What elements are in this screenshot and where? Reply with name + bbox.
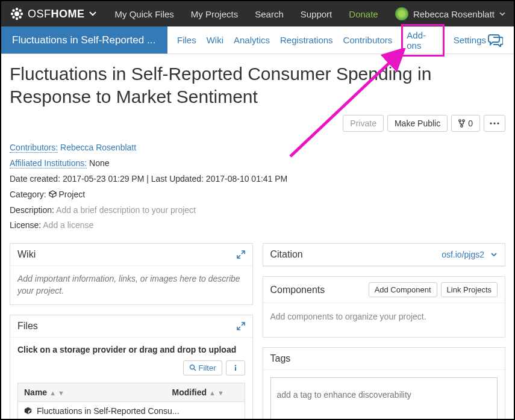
components-panel: Components Add Component Link Projects A… bbox=[263, 276, 506, 338]
fork-icon bbox=[458, 119, 465, 128]
files-panel-title: Files bbox=[17, 321, 38, 332]
svg-point-2 bbox=[16, 17, 18, 20]
col-header-name[interactable]: Name▲ ▼ bbox=[24, 388, 172, 397]
license-placeholder[interactable]: Add a license bbox=[43, 220, 93, 230]
date-info: Date created: 2017-05-23 01:29 PM | Last… bbox=[10, 171, 505, 187]
wiki-expand-icon[interactable] bbox=[237, 250, 245, 259]
tags-panel: Tags bbox=[263, 347, 506, 420]
caret-down-icon bbox=[499, 11, 505, 16]
link-projects-button[interactable]: Link Projects bbox=[441, 282, 498, 297]
wiki-panel: Wiki Add important information, links, o… bbox=[10, 243, 253, 304]
category-label: Category: bbox=[10, 190, 46, 199]
contributor-link[interactable]: Rebecca Rosenblatt bbox=[60, 143, 136, 152]
private-button[interactable]: Private bbox=[343, 115, 384, 132]
files-table: Name▲ ▼ Modified▲ ▼ Fluctuations in Self… bbox=[17, 383, 245, 420]
tab-wiki[interactable]: Wiki bbox=[205, 32, 225, 48]
cube-icon bbox=[24, 407, 32, 415]
more-actions-button[interactable] bbox=[484, 115, 505, 132]
right-column: Citation osf.io/pjgs2 Components Add Com… bbox=[263, 243, 506, 420]
svg-point-7 bbox=[12, 16, 14, 18]
svg-point-1 bbox=[16, 8, 18, 10]
description-label: Description: bbox=[10, 205, 54, 215]
brand-dropdown-caret[interactable] bbox=[89, 11, 97, 17]
tags-panel-title: Tags bbox=[270, 353, 291, 364]
svg-point-10 bbox=[463, 120, 464, 122]
svg-point-5 bbox=[12, 9, 14, 11]
main-content: Fluctuations in Self-Reported Consumer S… bbox=[1, 54, 514, 420]
top-nav: OSFHOME My Quick Files My Projects Searc… bbox=[1, 1, 514, 26]
topnav-links: My Quick Files My Projects Search Suppor… bbox=[115, 9, 395, 19]
contributors-label[interactable]: Contributors: bbox=[10, 143, 58, 153]
subnav-tabs: Files Wiki Analytics Registrations Contr… bbox=[167, 26, 487, 54]
citation-panel-title: Citation bbox=[270, 249, 303, 260]
forks-button[interactable]: 0 bbox=[451, 115, 480, 132]
affiliated-value: None bbox=[89, 158, 109, 168]
nav-support[interactable]: Support bbox=[301, 9, 332, 19]
sort-icon[interactable]: ▲ ▼ bbox=[209, 389, 224, 397]
project-actions: Private Make Public 0 bbox=[10, 115, 505, 132]
svg-point-9 bbox=[459, 120, 461, 122]
info-icon bbox=[232, 364, 239, 371]
tab-addons[interactable]: Add-ons bbox=[401, 24, 445, 57]
files-instruction: Click on a storage provider or drag and … bbox=[17, 345, 245, 354]
svg-point-6 bbox=[19, 9, 21, 11]
ellipsis-icon bbox=[490, 122, 499, 125]
svg-point-8 bbox=[19, 16, 21, 18]
project-metadata: Contributors: Rebecca Rosenblatt Affilia… bbox=[10, 140, 505, 233]
cube-icon bbox=[49, 190, 59, 199]
svg-rect-17 bbox=[235, 367, 236, 371]
category-value: Project bbox=[58, 190, 85, 199]
wiki-panel-title: Wiki bbox=[17, 249, 36, 260]
tab-settings[interactable]: Settings bbox=[452, 32, 487, 48]
svg-point-13 bbox=[493, 122, 495, 124]
tab-files[interactable]: Files bbox=[176, 32, 198, 48]
svg-point-4 bbox=[20, 13, 23, 15]
tab-contributors[interactable]: Contributors bbox=[342, 32, 394, 48]
left-column: Wiki Add important information, links, o… bbox=[10, 243, 253, 420]
components-panel-title: Components bbox=[270, 285, 325, 295]
file-row-label: Fluctuations in Self-Reported Consu... bbox=[37, 406, 179, 416]
nav-search[interactable]: Search bbox=[255, 9, 284, 19]
col-header-modified[interactable]: Modified▲ ▼ bbox=[172, 388, 239, 397]
chevron-down-icon[interactable] bbox=[490, 252, 498, 257]
brand-label[interactable]: OSFHOME bbox=[28, 8, 85, 20]
wiki-placeholder[interactable]: Add important information, links, or ima… bbox=[10, 266, 252, 304]
avatar bbox=[395, 7, 408, 20]
svg-point-14 bbox=[497, 122, 499, 124]
comments-icon[interactable] bbox=[487, 34, 503, 47]
svg-point-12 bbox=[490, 122, 492, 124]
files-panel: Files Click on a storage provider or dra… bbox=[10, 315, 253, 420]
nav-quick-files[interactable]: My Quick Files bbox=[115, 9, 174, 19]
license-label: License: bbox=[10, 220, 41, 230]
tab-analytics[interactable]: Analytics bbox=[233, 32, 271, 48]
svg-point-0 bbox=[14, 11, 19, 16]
user-name-label: Rebecca Rosenblatt bbox=[413, 9, 495, 19]
page-title: Fluctuations in Self-Reported Consumer S… bbox=[10, 63, 505, 108]
files-expand-icon[interactable] bbox=[237, 322, 245, 330]
svg-point-16 bbox=[234, 365, 236, 366]
search-icon bbox=[189, 364, 196, 371]
tab-registrations[interactable]: Registrations bbox=[279, 32, 334, 48]
nav-projects[interactable]: My Projects bbox=[191, 9, 238, 19]
description-placeholder[interactable]: Add a brief description to your project bbox=[56, 205, 196, 215]
sort-icon[interactable]: ▲ ▼ bbox=[49, 389, 64, 397]
tag-input[interactable] bbox=[270, 377, 498, 420]
components-placeholder: Add components to organize your project. bbox=[263, 303, 505, 337]
osf-logo-icon bbox=[10, 7, 28, 21]
affiliated-label[interactable]: Affiliated Institutions: bbox=[10, 158, 87, 168]
subnav-project-title[interactable]: Fluctuations in Self-Reported ... bbox=[1, 26, 167, 54]
svg-point-15 bbox=[190, 365, 194, 369]
svg-point-11 bbox=[461, 125, 463, 127]
user-menu[interactable]: Rebecca Rosenblatt bbox=[395, 7, 505, 20]
project-subnav: Fluctuations in Self-Reported ... Files … bbox=[1, 26, 514, 54]
nav-donate[interactable]: Donate bbox=[349, 9, 378, 19]
info-button[interactable] bbox=[226, 360, 245, 375]
citation-panel: Citation osf.io/pjgs2 bbox=[263, 243, 506, 267]
table-row[interactable]: Fluctuations in Self-Reported Consu... bbox=[17, 402, 245, 420]
citation-link[interactable]: osf.io/pjgs2 bbox=[442, 250, 484, 259]
filter-button[interactable]: Filter bbox=[183, 360, 222, 375]
make-public-button[interactable]: Make Public bbox=[387, 115, 448, 132]
add-component-button[interactable]: Add Component bbox=[369, 282, 437, 297]
svg-point-3 bbox=[11, 13, 13, 15]
